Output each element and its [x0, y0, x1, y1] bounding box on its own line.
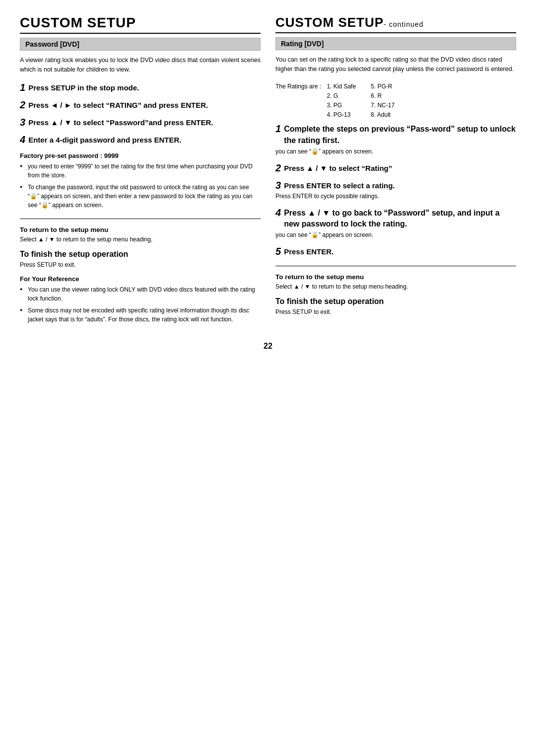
- right-step-1-text: Complete the steps on previous “Pass-wor…: [284, 124, 516, 146]
- right-step-4-text: Press ▲ / ▼ to go back to “Password” set…: [284, 208, 516, 230]
- rating-1: 1. Kid Safe: [327, 82, 356, 91]
- left-divider: [20, 219, 261, 219]
- right-finish-header: To finish the setup operation: [275, 297, 516, 306]
- ratings-table: The Ratings are : 1. Kid Safe 2. G 3. PG…: [275, 82, 516, 120]
- step-4-number: 4: [20, 135, 25, 145]
- left-intro: A viewer rating lock enables you to lock…: [20, 56, 261, 75]
- step-3: 3 Press ▲ / ▼ to select “Password”and pr…: [20, 117, 261, 128]
- right-step-3-note: Press ENTER to cycle possible ratings.: [275, 192, 516, 201]
- right-step-3-text: Press ENTER to select a rating.: [284, 180, 516, 191]
- rating-4: 4. PG-13: [327, 110, 356, 120]
- step-2: 2 Press ◄ / ► to select “RATING” and pre…: [20, 100, 261, 110]
- left-title: CUSTOM SETUP: [20, 15, 261, 34]
- right-step-4-number: 4: [275, 208, 281, 218]
- right-step-1-note: you can see “🔒” appears on screen.: [275, 148, 516, 156]
- for-ref-bullet-1: You can use the viewer rating lock ONLY …: [20, 285, 261, 303]
- right-step-3-number: 3: [275, 180, 281, 190]
- step-3-number: 3: [20, 117, 25, 127]
- right-step-5-text: Press ENTER.: [284, 246, 516, 257]
- right-column: CUSTOM SETUP- continued Rating [DVD] You…: [275, 15, 516, 327]
- page-number: 22: [20, 342, 516, 351]
- step-1-text: Press SETUP in the stop mode.: [28, 82, 261, 93]
- left-finish-header: To finish the setup operation: [20, 250, 261, 259]
- right-step-4-note: you can see “🔒” appears on screen.: [275, 231, 516, 239]
- step-2-number: 2: [20, 100, 25, 110]
- ratings-col-1: 1. Kid Safe 2. G 3. PG 4. PG-13: [327, 82, 356, 120]
- right-step-2-number: 2: [275, 163, 281, 173]
- right-step-5-number: 5: [275, 246, 281, 256]
- rating-5: 5. PG-R: [371, 82, 395, 91]
- right-step-1-number: 1: [275, 124, 281, 134]
- page-layout: CUSTOM SETUP Password [DVD] A viewer rat…: [20, 15, 516, 327]
- ratings-col-2: 5. PG-R 6. R 7. NC-17 8. Adult: [371, 82, 395, 120]
- right-divider: [275, 266, 516, 266]
- ratings-cols-wrapper: 1. Kid Safe 2. G 3. PG 4. PG-13 5. PG-R …: [327, 82, 395, 120]
- left-column: CUSTOM SETUP Password [DVD] A viewer rat…: [20, 15, 261, 327]
- factory-bullet-1: you need to enter “9999” to set the rati…: [20, 162, 261, 180]
- rating-3: 3. PG: [327, 101, 356, 110]
- step-4: 4 Enter a 4-digit password and press ENT…: [20, 135, 261, 145]
- step-1-number: 1: [20, 82, 25, 92]
- right-step-2: 2 Press ▲ / ▼ to select “Rating”: [275, 163, 516, 173]
- right-step-4: 4 Press ▲ / ▼ to go back to “Password” s…: [275, 208, 516, 240]
- rating-7: 7. NC-17: [371, 101, 395, 110]
- step-1: 1 Press SETUP in the stop mode.: [20, 82, 261, 93]
- right-return-header: To return to the setup menu: [275, 273, 516, 281]
- left-finish-text: Press SETUP to exit.: [20, 260, 261, 269]
- factory-bullet-2: To change the password, input the old pa…: [20, 183, 261, 210]
- left-return-header: To return to the setup menu: [20, 226, 261, 233]
- rating-8: 8. Adult: [371, 110, 395, 120]
- factory-bullets: you need to enter “9999” to set the rati…: [20, 162, 261, 210]
- ratings-label: The Ratings are :: [275, 83, 321, 90]
- step-2-text: Press ◄ / ► to select “RATING” and press…: [28, 100, 261, 110]
- right-subsection: Rating [DVD]: [275, 37, 516, 50]
- right-return-text: Select ▲ / ▼ to return to the setup menu…: [275, 282, 516, 291]
- right-finish-text: Press SETUP to exit.: [275, 307, 516, 316]
- for-ref-bullets: You can use the viewer rating lock ONLY …: [20, 285, 261, 324]
- for-ref-bullet-2: Some discs may not be encoded with speci…: [20, 306, 261, 324]
- step-4-text: Enter a 4-digit password and press ENTER…: [28, 135, 261, 145]
- rating-6: 6. R: [371, 91, 395, 101]
- right-title-text: CUSTOM SETUP: [275, 15, 384, 30]
- factory-header: Factory pre-set password : 9999: [20, 152, 261, 159]
- step-3-text: Press ▲ / ▼ to select “Password”and pres…: [28, 117, 261, 128]
- left-return-text: Select ▲ / ▼ to return to the setup menu…: [20, 235, 261, 244]
- right-step-1: 1 Complete the steps on previous “Pass-w…: [275, 124, 516, 156]
- left-subsection: Password [DVD]: [20, 38, 261, 51]
- right-title-suffix: - continued: [384, 20, 423, 28]
- for-ref-header: For Your Reference: [20, 275, 261, 283]
- right-step-3: 3 Press ENTER to select a rating. Press …: [275, 180, 516, 201]
- right-step-5: 5 Press ENTER.: [275, 246, 516, 257]
- right-step-2-text: Press ▲ / ▼ to select “Rating”: [284, 163, 516, 173]
- rating-2: 2. G: [327, 91, 356, 101]
- right-title: CUSTOM SETUP- continued: [275, 15, 516, 33]
- right-intro: You can set on the rating lock to a spec…: [275, 55, 516, 74]
